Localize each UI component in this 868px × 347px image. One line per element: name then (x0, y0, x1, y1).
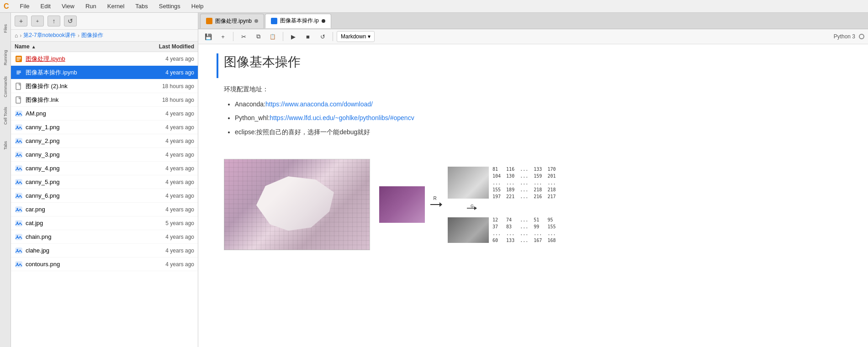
sidebar-item-files[interactable]: Files (1, 15, 10, 42)
eclipse-text: eclipse:按照自己的喜好，选择一个能debug就好 (235, 128, 370, 136)
sidebar-item-celltools[interactable]: Cell Tools (1, 102, 10, 130)
svg-marker-35 (439, 202, 442, 207)
file-modified: 18 hours ago (130, 97, 194, 103)
svg-rect-3 (16, 60, 20, 61)
new-file-button[interactable]: + (15, 16, 27, 26)
notebook-toolbar: 💾 + ✂ ⧉ 📋 ▶ ■ ↺ (198, 29, 868, 44)
svg-marker-38 (474, 206, 477, 210)
list-item[interactable]: contours.png4 years ago (11, 258, 198, 271)
cell-type-label: Markdown (341, 33, 366, 40)
tab-dot-1 (254, 19, 258, 23)
file-modified: 4 years ago (130, 138, 194, 144)
add-cell-button[interactable]: + (217, 31, 229, 42)
menu-tabs[interactable]: Tabs (133, 2, 149, 11)
matrix-column: 81 116 ... 133 170 104 130 ... 159 201 .… (448, 166, 556, 244)
save-button[interactable]: 💾 (202, 31, 215, 42)
list-item-anaconda: Anaconda:https://www.anaconda.com/downlo… (235, 99, 850, 109)
color-patch-purple (379, 186, 425, 223)
column-name-header[interactable]: Name ▲ (15, 43, 130, 50)
file-icon (15, 151, 23, 159)
refresh-button[interactable]: ↺ (64, 16, 77, 26)
list-item[interactable]: canny_6.png4 years ago (11, 189, 198, 203)
python-whl-link[interactable]: https://www.lfd.uci.edu/~gohlke/pythonli… (270, 114, 414, 121)
menu-view[interactable]: View (60, 2, 76, 11)
list-item[interactable]: 图像操作 (2).lnk18 hours ago (11, 79, 198, 93)
svg-rect-14 (16, 138, 22, 144)
menu-settings[interactable]: Settings (157, 2, 182, 11)
list-item[interactable]: 图像操作.lnk18 hours ago (11, 93, 198, 107)
copy-button[interactable]: ⧉ (252, 31, 265, 42)
tab-image-processing[interactable]: 图像处理.ipynb (200, 14, 264, 28)
svg-rect-26 (16, 221, 22, 226)
cell-image-vis: R 81 116 ... 133 170 104 130 ... 159 201… (217, 150, 850, 250)
file-modified: 4 years ago (130, 247, 194, 254)
stop-button[interactable]: ■ (302, 31, 314, 42)
sidebar-item-commands[interactable]: Commands (1, 73, 10, 100)
file-icon (15, 205, 23, 214)
column-modified-header[interactable]: Last Modified (130, 43, 194, 50)
cell-content-env[interactable]: 环境配置地址： Anaconda:https://www.anaconda.co… (224, 85, 850, 142)
env-label: 环境配置地址： (224, 85, 850, 94)
menu-edit[interactable]: Edit (39, 2, 53, 11)
cell-content-images: R 81 116 ... 133 170 104 130 ... 159 201… (224, 150, 850, 250)
cut-button[interactable]: ✂ (237, 31, 250, 42)
app-logo: C (4, 2, 9, 11)
list-item[interactable]: canny_3.png4 years ago (11, 148, 198, 162)
menu-kernel[interactable]: Kernel (106, 2, 127, 11)
svg-rect-24 (16, 207, 22, 212)
restart-button[interactable]: ↺ (316, 31, 329, 42)
list-item[interactable]: canny_1.png4 years ago (11, 121, 198, 134)
list-item[interactable]: 图像处理.ipynb4 years ago (11, 52, 198, 66)
file-icon (15, 137, 23, 145)
svg-rect-12 (16, 125, 22, 130)
save-icon: 💾 (205, 33, 212, 40)
list-item[interactable]: AM.png4 years ago (11, 107, 198, 121)
file-icon (15, 123, 23, 131)
upload-button[interactable]: ↑ (48, 16, 60, 26)
menu-file[interactable]: File (18, 2, 32, 11)
file-icon (15, 247, 23, 255)
list-item-eclipse: eclipse:按照自己的喜好，选择一个能debug就好 (235, 127, 850, 137)
list-item[interactable]: chain.png4 years ago (11, 230, 198, 244)
tab-dot-2 (322, 19, 325, 23)
sidebar-item-running[interactable]: Running (1, 44, 10, 71)
list-item[interactable]: car.png4 years ago (11, 203, 198, 216)
python-whl-prefix: Python_whl: (235, 114, 270, 121)
list-item[interactable]: cat.jpg5 years ago (11, 216, 198, 230)
refresh-icon: ↺ (68, 17, 73, 25)
cell-type-dropdown[interactable]: Markdown ▾ (337, 31, 375, 42)
breadcrumb-part2[interactable]: 图像操作 (81, 32, 103, 39)
file-modified: 4 years ago (130, 261, 194, 268)
file-modified: 4 years ago (130, 234, 194, 240)
cell-vis-indicator (217, 150, 218, 250)
list-item[interactable]: canny_4.png4 years ago (11, 162, 198, 175)
anaconda-link[interactable]: https://www.anaconda.com/download/ (265, 100, 373, 108)
breadcrumb-sep-1: › (20, 32, 21, 39)
menu-run[interactable]: Run (84, 2, 98, 11)
run-button[interactable]: ▶ (287, 31, 300, 42)
file-icon (15, 110, 23, 118)
menu-help[interactable]: Help (190, 2, 206, 11)
svg-rect-9 (16, 97, 21, 103)
cell-content-heading[interactable]: 图像基本操作 (224, 53, 850, 78)
file-name: chain.png (26, 233, 130, 240)
svg-rect-2 (16, 58, 21, 59)
svg-rect-8 (16, 83, 21, 89)
home-icon[interactable]: ⌂ (15, 32, 18, 39)
file-modified: 4 years ago (130, 165, 194, 172)
tab-image-basic-ops[interactable]: 图像基本操作.ip (265, 14, 331, 28)
tab-icon-blue (271, 18, 277, 24)
r-grayscale-box (448, 167, 489, 199)
list-item[interactable]: canny_5.png4 years ago (11, 175, 198, 189)
list-item[interactable]: 图像基本操作.ipynb4 years ago (11, 66, 198, 79)
list-item-python-whl: Python_whl:https://www.lfd.uci.edu/~gohl… (235, 113, 850, 123)
svg-rect-28 (16, 234, 22, 240)
breadcrumb-part1[interactable]: 第2-7章notebook课件 (23, 32, 76, 39)
new-folder-button[interactable]: + (31, 16, 44, 26)
list-item[interactable]: clahe.jpg4 years ago (11, 244, 198, 258)
g-grayscale-box (448, 217, 489, 243)
paste-button[interactable]: 📋 (266, 31, 279, 42)
sidebar-item-tabs[interactable]: Tabs (1, 131, 10, 159)
file-name: 图像处理.ipynb (26, 55, 130, 63)
list-item[interactable]: canny_2.png4 years ago (11, 134, 198, 148)
